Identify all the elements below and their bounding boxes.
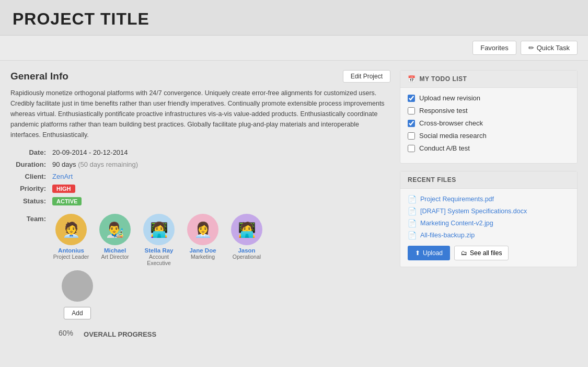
- member-role: Project Leader: [53, 254, 89, 260]
- add-member-button[interactable]: Add: [64, 307, 90, 319]
- member-role: Art Director: [101, 254, 129, 260]
- date-value: 20-09-2014 - 20-12-2014: [52, 148, 390, 156]
- member-name: Michael: [104, 247, 126, 254]
- status-value: ACTIVE: [52, 197, 390, 205]
- toolbar: Favorites ✏Quick Task: [0, 36, 588, 61]
- status-label: Status:: [10, 197, 52, 205]
- todo-checkbox[interactable]: [408, 132, 415, 140]
- todo-label: Responsive test: [419, 107, 468, 114]
- priority-value: HIGH: [52, 185, 390, 193]
- upload-icon: ⬆: [415, 249, 420, 257]
- overall-progress-label: OVERALL PROGRESS: [84, 330, 156, 338]
- progress-percent: 60%: [59, 329, 73, 337]
- todo-box: 📅 My Todo List Upload new revisionRespon…: [400, 70, 578, 164]
- member-role: Operational: [233, 254, 261, 260]
- left-panel: General Info Edit Project Rapidiously mo…: [10, 70, 390, 339]
- todo-label: Social media research: [419, 132, 487, 140]
- files-box: RECENT FILES 📄Project Requirements.pdf📄[…: [400, 171, 578, 267]
- files-header: RECENT FILES: [400, 171, 577, 189]
- todo-checkbox[interactable]: [408, 107, 415, 114]
- client-value: ZenArt: [52, 173, 390, 180]
- files-actions: ⬆ Upload 🗂 See all files: [408, 246, 570, 260]
- team-section: 🧑‍💼 Antonius Project Leader 👨‍🎨 Michael …: [52, 214, 266, 266]
- member-name: Antonius: [58, 247, 84, 254]
- member-name: Stella Ray: [145, 247, 174, 254]
- todo-item: Conduct A/B test: [408, 144, 570, 152]
- team-member[interactable]: 👨‍🎨 Michael Art Director: [96, 214, 134, 260]
- todo-item: Upload new revision: [408, 94, 570, 102]
- team-member[interactable]: 👩‍💻 Stella Ray Account Executive: [140, 214, 178, 266]
- todo-label: Upload new revision: [419, 94, 480, 102]
- todo-checkbox[interactable]: [408, 95, 415, 102]
- see-all-button[interactable]: 🗂 See all files: [454, 246, 509, 260]
- duration-value: 90 days (50 days remaining): [52, 160, 390, 168]
- todo-header: 📅 My Todo List: [400, 71, 577, 88]
- edit-project-button[interactable]: Edit Project: [343, 70, 390, 83]
- file-item[interactable]: 📄[DRAFT] System Specifications.docx: [408, 207, 570, 215]
- todo-checkbox[interactable]: [408, 120, 415, 127]
- favorites-button[interactable]: Favorites: [472, 41, 516, 55]
- quick-task-button[interactable]: ✏Quick Task: [521, 41, 578, 55]
- file-name: Project Requirements.pdf: [420, 196, 494, 203]
- folder-icon: 🗂: [461, 249, 467, 257]
- team-member[interactable]: 👩‍💼 Jane Doe Marketing: [184, 214, 222, 260]
- file-icon: 📄: [408, 219, 417, 227]
- edit-icon: ✏: [528, 44, 534, 52]
- todo-item: Responsive test: [408, 107, 570, 114]
- file-icon: 📄: [408, 207, 417, 215]
- project-description: Rapidiously monetize orthogonal platform…: [10, 88, 390, 140]
- member-name: Jane Doe: [189, 247, 216, 254]
- header-bar: PROJECT TITLE: [0, 0, 588, 36]
- team-member[interactable]: 🧑‍💻 Jason Operational: [228, 214, 266, 260]
- file-name: Marketing Content-v2.jpg: [420, 220, 493, 227]
- member-role: Marketing: [191, 254, 215, 260]
- file-item[interactable]: 📄All-files-backup.zip: [408, 231, 570, 239]
- team-label: Team:: [10, 212, 52, 223]
- upload-button[interactable]: ⬆ Upload: [408, 246, 450, 260]
- todo-checkbox[interactable]: [408, 145, 415, 152]
- add-member-avatar: [62, 270, 93, 302]
- file-name: [DRAFT] System Specifications.docx: [420, 208, 527, 215]
- duration-label: Duration:: [10, 160, 52, 168]
- todo-item: Social media research: [408, 132, 570, 140]
- todo-body: Upload new revisionResponsive testCross-…: [400, 88, 577, 163]
- todo-label: Cross-browser check: [419, 119, 483, 127]
- project-title: PROJECT TITLE: [13, 9, 575, 29]
- client-label: Client:: [10, 173, 52, 180]
- todo-label: Conduct A/B test: [419, 144, 470, 152]
- team-member[interactable]: 🧑‍💼 Antonius Project Leader: [52, 214, 90, 260]
- calendar-icon: 📅: [408, 75, 416, 83]
- file-icon: 📄: [408, 195, 417, 203]
- right-panel: 📅 My Todo List Upload new revisionRespon…: [400, 70, 578, 339]
- member-name: Jason: [238, 247, 255, 254]
- priority-label: Priority:: [10, 185, 52, 193]
- files-body: 📄Project Requirements.pdf📄[DRAFT] System…: [400, 189, 577, 267]
- general-info-title: General Info: [10, 71, 68, 82]
- file-item[interactable]: 📄Marketing Content-v2.jpg: [408, 219, 570, 227]
- file-name: All-files-backup.zip: [420, 232, 475, 239]
- date-label: Date:: [10, 148, 52, 156]
- file-item[interactable]: 📄Project Requirements.pdf: [408, 195, 570, 203]
- file-icon: 📄: [408, 231, 417, 239]
- member-role: Account Executive: [140, 254, 178, 266]
- todo-item: Cross-browser check: [408, 119, 570, 127]
